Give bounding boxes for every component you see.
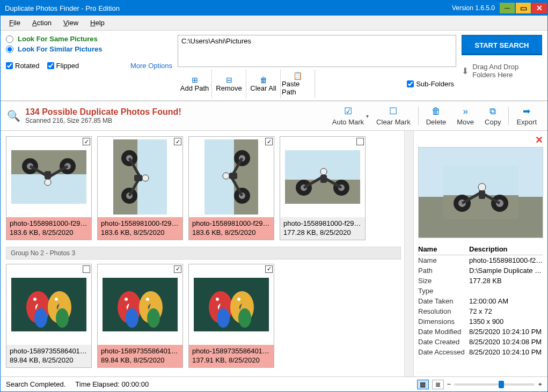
move-button[interactable]: »Move (451, 105, 479, 127)
property-row: Date Created8/25/2020 10:24:08 PM (418, 337, 543, 347)
thumbnail-meta: photo-1558981000-f294a...183.6 KB, 8/25/… (98, 217, 182, 240)
thumbnail-checkbox[interactable]: ✓ (265, 138, 273, 145)
property-row: Date Taken12:00:00 AM (418, 296, 543, 306)
export-button[interactable]: ➡Export (511, 105, 542, 127)
subfolders-check[interactable]: Sub-Folders (405, 69, 456, 98)
group-header: Group No 2 - Photos 3 (6, 247, 401, 260)
export-icon: ➡ (523, 106, 530, 117)
thumbnail-checkbox[interactable]: ✓ (174, 138, 181, 145)
menubar: File Action View Help (1, 16, 547, 31)
property-row: PathD:\Sample Duplicate Ima... (418, 265, 543, 276)
clear-mark-button[interactable]: ☐Clear Mark (371, 105, 416, 127)
property-row: Namephoto-1558981000-f294a... (418, 255, 543, 265)
move-icon: » (463, 106, 467, 117)
auto-mark-button[interactable]: ☑Auto Mark (327, 105, 369, 127)
delete-button[interactable]: 🗑Delete (421, 105, 452, 127)
drag-drop-hint: ⬇ Drag And Drop Folders Here (462, 63, 542, 79)
thumbnail-card[interactable]: ✓photo-1558981000-f294a...183.6 KB, 8/25… (97, 136, 183, 240)
check-rotated[interactable]: Rotated (6, 62, 40, 70)
prop-hdr-desc: Description (469, 245, 543, 253)
vertical-scrollbar[interactable] (404, 131, 413, 376)
preview-image (418, 147, 543, 238)
close-details-icon[interactable]: ✕ (535, 134, 543, 146)
thumbnail-image (280, 137, 365, 217)
property-row: Size177.28 KB (418, 276, 543, 286)
statusbar: Search Completed. Time Elapsed: 00:00:00… (1, 376, 547, 391)
thumbnail-meta: photo-1558981000-f294a...183.6 KB, 8/25/… (189, 217, 274, 240)
close-button[interactable]: ✕ (532, 3, 547, 13)
chevron-down-icon[interactable]: ▾ (366, 113, 369, 119)
svg-rect-7 (479, 190, 485, 199)
thumbnail-image (98, 264, 182, 345)
unchecked-icon: ☐ (389, 106, 397, 117)
thumbnail-checkbox[interactable]: ✓ (174, 265, 181, 273)
thumbnail-image (189, 137, 274, 217)
thumbnail-image (98, 137, 182, 217)
trash-icon: 🗑 (259, 76, 268, 84)
thumbnail-checkbox[interactable]: ✓ (265, 265, 273, 273)
start-search-button[interactable]: START SEARCH (462, 35, 542, 55)
property-row: Date Accessed8/25/2020 10:24:10 PM (418, 347, 543, 357)
property-row: Resolution72 x 72 (418, 306, 543, 316)
remove-path-button[interactable]: ⊟Remove (212, 69, 246, 98)
maximize-button[interactable]: ▭ (516, 3, 531, 13)
menu-view[interactable]: View (58, 17, 84, 28)
thumbnail-card[interactable]: ✓photo-1589735586401-dc...89.84 KB, 8/25… (97, 264, 183, 368)
thumbnail-meta: photo-1589735586401-dc...89.84 KB, 8/25/… (6, 345, 91, 367)
status-elapsed: Time Elapsed: 00:00:00 (75, 380, 149, 388)
svg-point-6 (478, 183, 486, 191)
zoom-plus[interactable]: + (538, 380, 542, 388)
menu-file[interactable]: File (4, 17, 26, 28)
thumbnail-checkbox[interactable]: ✓ (83, 138, 90, 145)
thumbnail-card[interactable]: ✓photo-1558981000-f294a...183.6 KB, 8/25… (188, 136, 274, 240)
titlebar: Duplicate Photos Finder - Pro Edition Ve… (1, 1, 547, 16)
version-label: Version 1.6.5.0 (452, 4, 495, 12)
clear-all-button[interactable]: 🗑Clear All (246, 69, 281, 98)
plus-icon: ⊞ (191, 76, 199, 84)
thumbnail-meta: photo-1589735586401-dc...137.91 KB, 8/25… (189, 345, 274, 367)
search-icon: 🔍 (6, 108, 21, 123)
result-headline: 134 Possible Duplicate Photos Found! (25, 107, 181, 117)
trash-icon: 🗑 (432, 106, 441, 117)
window-title: Duplicate Photos Finder - Pro Edition (5, 4, 452, 12)
details-panel: ✕ NameDescription Namephoto-1558981000-f… (413, 131, 547, 376)
menu-action[interactable]: Action (27, 17, 57, 28)
minus-icon: ⊟ (225, 76, 233, 84)
property-row: Date Modified8/25/2020 10:24:10 PM (418, 327, 543, 337)
search-options: Look For Same Pictures Look For Similar … (1, 31, 547, 101)
thumbnail-checkbox[interactable] (83, 265, 90, 273)
view-thumbnails-button[interactable]: ▦ (417, 380, 429, 389)
radio-same-pictures[interactable]: Look For Same Pictures (6, 35, 172, 43)
thumbnail-card[interactable]: photo-1558981000-f294a...177.28 KB, 8/25… (280, 136, 366, 240)
add-path-button[interactable]: ⊞Add Path (178, 69, 212, 98)
paste-icon: 📋 (294, 71, 302, 80)
thumbnail-meta: photo-1558981000-f294a...177.28 KB, 8/25… (280, 217, 365, 240)
thumbnail-card[interactable]: ✓photo-1558981000-f294a...183.6 KB, 8/25… (6, 136, 92, 240)
property-row: Type (418, 286, 543, 296)
check-flipped[interactable]: Flipped (47, 62, 79, 70)
paste-path-button[interactable]: 📋Paste Path (281, 69, 315, 98)
property-row: Dimensions1350 x 900 (418, 316, 543, 327)
result-bar: 🔍 134 Possible Duplicate Photos Found! S… (1, 101, 547, 131)
copy-button[interactable]: ⧉Copy (479, 105, 506, 127)
minimize-button[interactable]: ─ (500, 3, 515, 13)
menu-help[interactable]: Help (85, 17, 110, 28)
zoom-slider[interactable] (454, 383, 535, 386)
thumbnail-card[interactable]: ✓photo-1589735586401-dc...137.91 KB, 8/2… (188, 264, 274, 368)
prop-hdr-name: Name (418, 245, 469, 253)
view-list-button[interactable]: ≣ (432, 380, 444, 389)
download-icon: ⬇ (462, 66, 469, 76)
thumbnail-meta: photo-1589735586401-dc...89.84 KB, 8/25/… (98, 345, 182, 367)
result-subtext: Scanned 216, Size 267.85 MB (25, 117, 181, 124)
thumbnail-image (189, 264, 274, 345)
radio-similar-pictures[interactable]: Look For Similar Pictures (6, 45, 172, 53)
thumbnail-image (6, 137, 91, 217)
thumbnail-image (6, 264, 91, 345)
thumbnail-grid[interactable]: ✓photo-1558981000-f294a...183.6 KB, 8/25… (1, 131, 404, 376)
copy-icon: ⧉ (489, 106, 496, 117)
more-options-link[interactable]: More Options (130, 62, 172, 70)
path-list[interactable]: C:\Users\Ashi\Pictures (178, 35, 456, 67)
thumbnail-checkbox[interactable] (356, 138, 364, 145)
thumbnail-card[interactable]: photo-1589735586401-dc...89.84 KB, 8/25/… (6, 264, 92, 368)
zoom-minus[interactable]: − (447, 380, 451, 388)
